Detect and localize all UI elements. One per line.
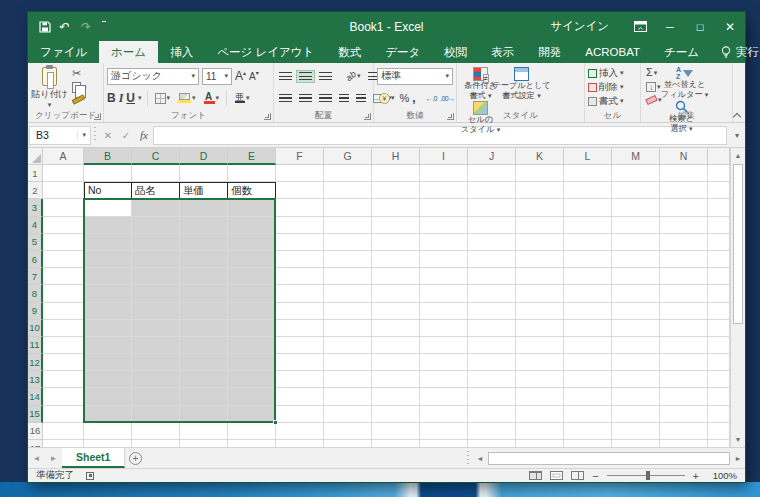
cell[interactable] xyxy=(324,337,372,354)
cell[interactable] xyxy=(228,234,276,251)
row-header-3[interactable]: 3 xyxy=(28,199,43,216)
cell[interactable] xyxy=(276,406,324,423)
row-header-1[interactable]: 1 xyxy=(28,165,43,182)
cell[interactable] xyxy=(564,371,612,388)
cell[interactable] xyxy=(132,268,180,285)
cell[interactable] xyxy=(660,406,708,423)
ribbon-display-options-button[interactable] xyxy=(625,12,655,41)
cell[interactable] xyxy=(468,285,516,302)
cell[interactable] xyxy=(228,165,276,182)
cell[interactable] xyxy=(324,268,372,285)
row-header-16[interactable]: 16 xyxy=(28,423,43,440)
cell[interactable] xyxy=(324,165,372,182)
cell[interactable] xyxy=(43,199,84,216)
cell[interactable] xyxy=(43,371,84,388)
col-header-J[interactable]: J xyxy=(468,148,516,165)
cell[interactable] xyxy=(180,217,228,234)
cell[interactable] xyxy=(564,234,612,251)
cell[interactable] xyxy=(228,406,276,423)
row-header-6[interactable]: 6 xyxy=(28,251,43,268)
cell[interactable] xyxy=(180,371,228,388)
cell[interactable] xyxy=(660,268,708,285)
cell[interactable] xyxy=(132,251,180,268)
cell[interactable] xyxy=(468,182,516,199)
cell[interactable] xyxy=(276,199,324,216)
cell[interactable] xyxy=(516,285,564,302)
cell[interactable] xyxy=(132,285,180,302)
decrease-indent-button[interactable] xyxy=(337,93,351,104)
cell[interactable] xyxy=(180,320,228,337)
cell[interactable] xyxy=(276,165,324,182)
cell[interactable] xyxy=(372,423,420,440)
cell[interactable] xyxy=(84,320,132,337)
cell[interactable] xyxy=(228,199,276,216)
sign-in-button[interactable]: サインイン xyxy=(534,19,625,34)
cell[interactable] xyxy=(324,199,372,216)
cell[interactable] xyxy=(180,440,228,447)
cell[interactable] xyxy=(420,354,468,371)
cell[interactable] xyxy=(84,303,132,320)
cell[interactable] xyxy=(564,182,612,199)
cell[interactable] xyxy=(612,285,660,302)
col-header-H[interactable]: H xyxy=(372,148,420,165)
cell[interactable] xyxy=(84,440,132,447)
cell[interactable] xyxy=(708,268,730,285)
col-header-C[interactable]: C xyxy=(132,148,180,165)
cell[interactable] xyxy=(708,406,730,423)
tab-開発[interactable]: 開発 xyxy=(526,41,573,63)
accounting-format-button[interactable]: ¥▾ xyxy=(377,92,397,105)
cell[interactable] xyxy=(612,371,660,388)
zoom-slider[interactable] xyxy=(607,475,685,476)
cell[interactable] xyxy=(420,234,468,251)
cell[interactable] xyxy=(660,285,708,302)
col-header-A[interactable]: A xyxy=(43,148,84,165)
zoom-out-button[interactable]: − xyxy=(592,470,598,482)
next-sheet-button[interactable]: ► xyxy=(45,448,62,468)
bottom-align-button[interactable] xyxy=(317,71,334,82)
page-break-view-button[interactable] xyxy=(571,471,584,480)
cell[interactable] xyxy=(84,388,132,405)
decrease-decimal-button[interactable]: .00→ xyxy=(440,95,455,102)
row-header-5[interactable]: 5 xyxy=(28,234,43,251)
cell[interactable] xyxy=(516,251,564,268)
scroll-left-button[interactable]: ◄ xyxy=(473,455,487,462)
formula-input[interactable] xyxy=(153,126,727,145)
tab-表示[interactable]: 表示 xyxy=(479,41,526,63)
cell[interactable] xyxy=(516,423,564,440)
cell[interactable] xyxy=(43,234,84,251)
cell[interactable] xyxy=(612,165,660,182)
tab-ページ レイアウト[interactable]: ページ レイアウト xyxy=(205,41,326,63)
cell[interactable] xyxy=(468,217,516,234)
cell[interactable] xyxy=(132,165,180,182)
cell[interactable] xyxy=(564,423,612,440)
cell[interactable] xyxy=(132,320,180,337)
cell[interactable] xyxy=(132,371,180,388)
font-color-button[interactable]: A▾ xyxy=(201,92,222,105)
cell[interactable] xyxy=(468,440,516,447)
zoom-level[interactable]: 100% xyxy=(707,470,737,481)
comma-style-button[interactable]: , xyxy=(412,91,415,105)
cell[interactable] xyxy=(516,388,564,405)
cell[interactable] xyxy=(84,371,132,388)
format-painter-button[interactable] xyxy=(72,94,86,105)
cell[interactable] xyxy=(84,406,132,423)
row-header-12[interactable]: 12 xyxy=(28,354,43,371)
tab-データ[interactable]: データ xyxy=(373,41,432,63)
tab-ホーム[interactable]: ホーム xyxy=(99,41,158,63)
enter-button[interactable]: ✓ xyxy=(117,130,135,141)
alignment-dialog-launcher[interactable] xyxy=(364,113,371,120)
cell[interactable] xyxy=(228,251,276,268)
row-header-7[interactable]: 7 xyxy=(28,268,43,285)
cell[interactable] xyxy=(708,234,730,251)
cell[interactable] xyxy=(372,182,420,199)
cell[interactable] xyxy=(564,217,612,234)
cell[interactable] xyxy=(43,337,84,354)
cell[interactable] xyxy=(708,371,730,388)
cell[interactable] xyxy=(660,388,708,405)
cell[interactable] xyxy=(180,285,228,302)
vertical-scrollbar[interactable]: ▲ ▼ xyxy=(730,148,745,447)
row-header-13[interactable]: 13 xyxy=(28,371,43,388)
cell[interactable] xyxy=(708,320,730,337)
cell[interactable] xyxy=(468,268,516,285)
cell[interactable] xyxy=(228,303,276,320)
